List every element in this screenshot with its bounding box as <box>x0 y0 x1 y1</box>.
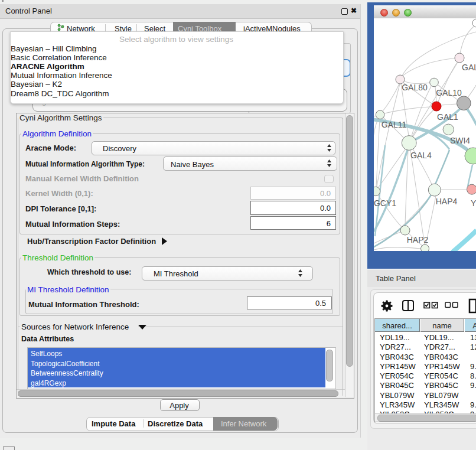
svg-text:GAL4: GAL4 <box>410 151 432 160</box>
svg-text:HAP4: HAP4 <box>436 197 458 206</box>
svg-text:GAL80: GAL80 <box>402 83 428 92</box>
svg-text:GAL10: GAL10 <box>436 88 462 97</box>
svg-text:GCY1: GCY1 <box>374 198 396 208</box>
svg-text:HAP2: HAP2 <box>407 235 429 244</box>
svg-text:GAL1: GAL1 <box>437 112 458 122</box>
svg-text:SWI4: SWI4 <box>450 136 470 145</box>
svg-text:GAL7: GAL7 <box>462 63 476 72</box>
svg-text:GAL11: GAL11 <box>382 120 407 129</box>
svg-text:Y: Y <box>471 198 476 208</box>
